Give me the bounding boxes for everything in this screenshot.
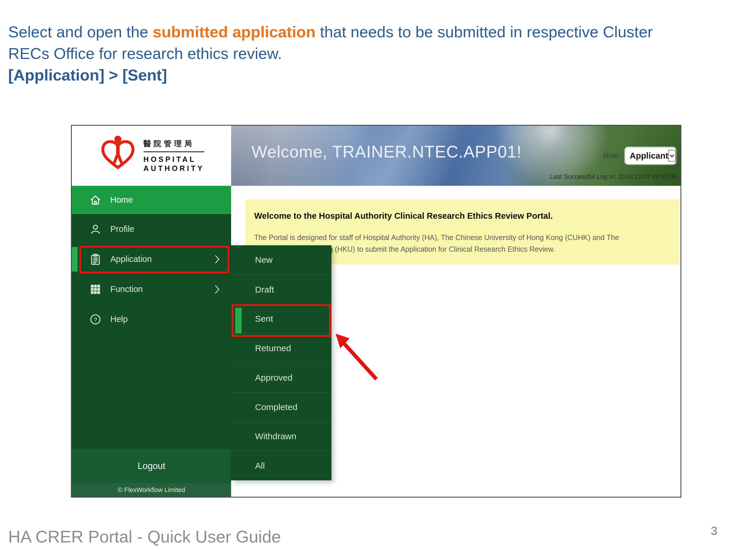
instruction-line-2: RECs Office for research ethics review. [8,43,741,64]
welcome-box-body-line1: The Portal is designed for staff of Hosp… [254,232,619,243]
submenu-item-label: Approved [255,373,292,383]
sidebar-item-home[interactable]: Home [72,186,231,214]
hospital-authority-logo-icon [99,135,137,177]
copyright-text: © FlexWorkflow Limited [118,486,185,494]
logo-english-line2: AUTHORITY [144,164,205,173]
annotation-arrow-icon [333,332,381,383]
submenu-item-label: All [255,461,265,471]
application-active-accent [72,247,78,271]
role-label: Role: [603,151,621,160]
submenu-item-all[interactable]: All [231,451,332,480]
sidebar-copyright: © FlexWorkflow Limited [72,483,231,497]
dropdown-arrow-box[interactable] [668,150,676,162]
svg-text:?: ? [94,316,97,323]
submenu-item-draft[interactable]: Draft [231,275,332,304]
instruction-text: Select and open the submitted applicatio… [8,21,741,86]
sidebar-item-label: Help [110,314,128,324]
sidebar-item-function[interactable]: Function [72,274,231,304]
sidebar-item-profile[interactable]: Profile [72,214,231,244]
logo-area: 醫院管理局 HOSPITAL AUTHORITY [72,126,231,186]
slide-caption: HA CRER Portal - Quick User Guide [8,527,281,546]
logout-label: Logout [138,461,165,471]
submenu-item-withdrawn[interactable]: Withdrawn [231,422,332,451]
submenu-item-label: Draft [255,285,274,295]
slide: Select and open the submitted applicatio… [0,0,747,560]
sent-highlight-box [232,304,331,337]
sidebar-item-label: Function [110,284,143,294]
breadcrumb-path: [Application] > [Sent] [8,64,741,86]
home-icon [89,194,102,206]
submenu-item-approved[interactable]: Approved [231,363,332,392]
logo-chinese-text: 醫院管理局 [144,138,205,152]
welcome-heading: Welcome, TRAINER.NTEC.APP01! [252,142,521,161]
instruction-pre: Select and open the [8,23,153,41]
instruction-highlight: submitted application [153,23,315,41]
instruction-line-1: Select and open the submitted applicatio… [8,21,741,43]
person-icon [89,223,102,235]
submenu-item-new[interactable]: New [231,245,332,275]
submenu-item-completed[interactable]: Completed [231,392,332,422]
sidebar-nav: Home Profile Application [72,186,231,497]
question-icon: ? [89,313,102,325]
last-login-text: Last Successful Log In: 2016/12/07 09:15… [550,173,677,181]
role-row: Role: Applicant [603,147,676,164]
sidebar-item-help[interactable]: ? Help [72,304,231,334]
welcome-box-title: Welcome to the Hospital Authority Clinic… [254,211,553,221]
sidebar-item-label: Home [110,195,133,205]
application-highlight-box [79,246,229,273]
submenu-item-label: Returned [255,343,291,353]
role-dropdown-value: Applicant [630,151,668,161]
application-submenu: New Draft Sent Returned Approved Complet… [231,245,332,480]
submenu-item-label: Completed [255,402,297,412]
chevron-down-icon [669,153,675,159]
submenu-item-returned[interactable]: Returned [231,334,332,363]
instruction-post: that needs to be submitted in respective… [315,23,653,41]
submenu-item-label: New [255,255,273,265]
sidebar-item-label: Profile [110,224,134,234]
role-dropdown[interactable]: Applicant [625,147,676,164]
logo-text: 醫院管理局 HOSPITAL AUTHORITY [144,138,205,173]
header-banner: Welcome, TRAINER.NTEC.APP01! Role: Appli… [231,126,680,186]
page-number: 3 [711,525,717,537]
logo-english-line1: HOSPITAL [144,155,205,164]
logout-button[interactable]: Logout [72,449,231,483]
portal-screenshot: 醫院管理局 HOSPITAL AUTHORITY Welcome, TRAINE… [71,125,681,498]
submenu-item-label: Withdrawn [255,431,297,441]
grid-icon [89,283,102,295]
chevron-right-icon [214,284,220,294]
